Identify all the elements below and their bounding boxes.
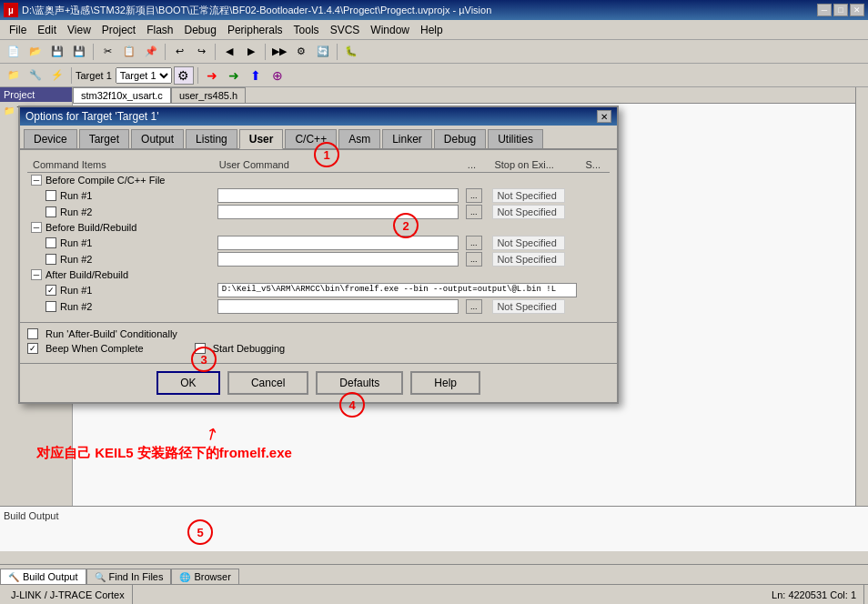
debug-start-btn[interactable]: 🐛 [341,43,361,61]
nav-fwd-btn[interactable]: ▶ [241,43,261,61]
options-btn[interactable]: ⚙ [174,66,194,85]
not-specified-after-build-run2: Not Specified [492,299,565,314]
tab-build-output[interactable]: 🔨 Build Output [0,569,86,584]
tab-utilities[interactable]: Utilities [488,129,543,148]
col-s: S... [580,157,610,173]
tab-browser[interactable]: 🌐 Browser [171,569,238,584]
menu-svcs[interactable]: SVCS [325,22,366,38]
ext-btn[interactable]: 🔧 [25,66,45,85]
dialog-close-btn[interactable]: ✕ [597,110,611,123]
menu-project[interactable]: Project [96,22,141,38]
item-label: Run #2 [60,301,92,312]
dialog-title-text: Options for Target 'Target 1' [25,110,158,123]
tab-target[interactable]: Target [79,129,129,148]
item-before-compile-run1: Run #1 [31,189,210,202]
title-bar: µ D:\蓝奥声+迅感\STM32新项目\BOOT\正常流程\BF02-Boot… [0,0,868,20]
menu-peripherals[interactable]: Peripherals [222,22,288,38]
minimize-btn[interactable]: ─ [817,4,832,16]
tool3-btn[interactable]: ⊕ [267,66,288,85]
cb-start-debug[interactable] [195,343,206,354]
option-run-conditionally[interactable]: Run 'After-Build' Conditionally [27,328,177,339]
tab-linker[interactable]: Linker [382,129,432,148]
item-label: Run #1 [60,190,92,201]
tab-listing[interactable]: Listing [186,129,237,148]
cb-run-conditionally[interactable] [27,328,38,339]
cb-beep[interactable] [27,343,38,354]
btn-help[interactable]: Help [410,371,480,395]
cb-before-compile-run2[interactable] [45,206,56,217]
cb-after-build-run1[interactable] [45,285,56,296]
run-conditionally-label: Run 'After-Build' Conditionally [45,328,177,339]
item-after-build-run1: Run #1 [31,284,210,297]
tab-user[interactable]: User [239,129,284,149]
btn-cancel[interactable]: Cancel [227,371,308,395]
main-area: Project 📁 Target 1 stm32f10x_usart.c use… [0,87,868,506]
arrow-tool-btn[interactable]: ➜ [202,66,222,85]
expand-after-build[interactable]: ─ [31,269,42,280]
table-row: Run #2 ... Not Specified [27,204,610,220]
new-file-btn[interactable]: 📄 [4,43,24,61]
target-select[interactable]: Target 1 [116,67,172,84]
table-row: ─ Before Build/Rebuild [27,220,610,235]
btn-defaults[interactable]: Defaults [316,371,403,395]
input-before-build-run2[interactable] [217,252,459,267]
browse-before-compile-run2[interactable]: ... [466,205,482,219]
tab-asm[interactable]: Asm [338,129,380,148]
undo-btn[interactable]: ↩ [169,43,189,61]
build-btn[interactable]: ▶▶ [269,43,289,61]
input-after-build-run1[interactable]: D:\Keil_v5\ARM\ARMCC\bin\fromelf.exe --b… [217,283,577,297]
open-btn[interactable]: 📂 [25,43,45,61]
menu-tools[interactable]: Tools [288,22,325,38]
item-label: Run #1 [60,237,92,248]
browse-before-build-run2[interactable]: ... [466,252,482,267]
save-btn[interactable]: 💾 [47,43,67,61]
menu-debug[interactable]: Debug [179,22,222,38]
expand-before-compile[interactable]: ─ [31,175,42,186]
tab-output[interactable]: Output [131,129,184,148]
redo-btn[interactable]: ↪ [191,43,211,61]
btn-ok[interactable]: OK [156,371,220,395]
cb-after-build-run2[interactable] [45,301,56,312]
save-all-btn[interactable]: 💾 [69,43,89,61]
menu-view[interactable]: View [62,22,96,38]
browse-before-build-run1[interactable]: ... [466,236,482,250]
step2-tool-btn[interactable]: ⬆ [246,66,266,85]
tab-find-in-files[interactable]: 🔍 Find In Files [86,569,172,584]
cb-before-compile-run1[interactable] [45,190,56,201]
option-beep[interactable]: Beep When Complete [27,343,144,354]
table-row: ─ Before Compile C/C++ File [27,173,610,188]
tab-device[interactable]: Device [24,129,77,148]
input-before-compile-run1[interactable] [217,188,459,203]
browse-before-compile-run1[interactable]: ... [466,188,482,203]
expand-before-build[interactable]: ─ [31,222,42,233]
paste-btn[interactable]: 📌 [141,43,161,61]
browse-after-build-run2[interactable]: ... [466,299,482,314]
target-label: Target 1 [76,70,112,81]
menu-edit[interactable]: Edit [32,22,62,38]
menu-file[interactable]: File [4,22,32,38]
option-start-debug[interactable]: Start Debugging [195,343,286,354]
nav-back-btn[interactable]: ◀ [219,43,239,61]
maximize-btn[interactable]: □ [833,4,848,16]
tab-cc[interactable]: C/C++ [285,129,337,148]
cut-btn[interactable]: ✂ [97,43,117,61]
input-after-build-run2[interactable] [217,299,459,314]
compile-btn[interactable]: ⚙ [291,43,311,61]
step-tool-btn[interactable]: ➜ [224,66,244,85]
sep4 [265,44,266,60]
copy-btn[interactable]: 📋 [119,43,139,61]
menu-help[interactable]: Help [415,22,449,38]
input-before-build-run1[interactable] [217,236,459,250]
cb-before-build-run1[interactable] [45,237,56,248]
cb-before-build-run2[interactable] [45,254,56,265]
dialog-buttons: OK Cancel Defaults Help [20,363,617,402]
input-before-compile-run2[interactable] [217,205,459,219]
item-after-build-run2: Run #2 [31,300,210,313]
rebuild-btn[interactable]: 🔄 [313,43,333,61]
ref-btn[interactable]: ⚡ [47,66,67,85]
menu-window[interactable]: Window [365,22,415,38]
tab-debug[interactable]: Debug [434,129,486,148]
close-btn[interactable]: ✕ [850,4,864,16]
menu-flash[interactable]: Flash [141,22,178,38]
project-btn[interactable]: 📁 [4,66,24,85]
